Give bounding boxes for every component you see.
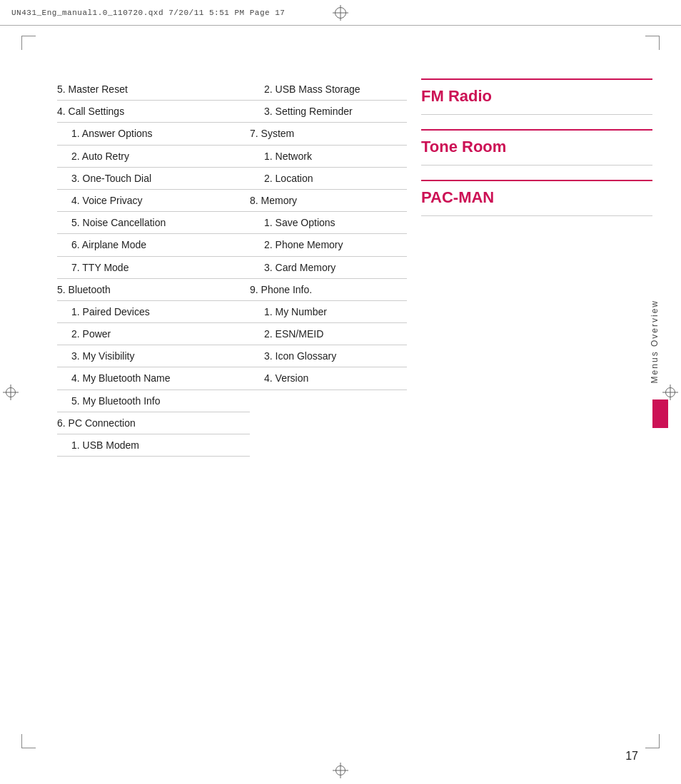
- col1-item-15: 6. PC Connection: [57, 412, 250, 434]
- col1-item-2: 1. Answer Options: [57, 123, 250, 145]
- column-2: 2. USB Mass Storage3. Setting Reminder7.…: [250, 78, 407, 720]
- sidebar-label: Menus Overview: [650, 300, 660, 383]
- col3-item-2: PAC-MAN: [421, 180, 652, 216]
- col1-item-0: 5. Master Reset: [57, 78, 250, 101]
- col2-item-3: 1. Network: [250, 146, 407, 168]
- col1-item-8: 7. TTY Mode: [57, 257, 250, 279]
- col2-item-13: 4. Version: [250, 367, 407, 390]
- col2-item-9: 9. Phone Info.: [250, 279, 407, 301]
- col2-item-1: 3. Setting Reminder: [250, 101, 407, 123]
- col2-item-0: 2. USB Mass Storage: [250, 78, 407, 101]
- col1-item-10: 1. Paired Devices: [57, 301, 250, 323]
- col2-item-4: 2. Location: [250, 168, 407, 190]
- col2-item-10: 1. My Number: [250, 301, 407, 323]
- col1-item-7: 6. Airplane Mode: [57, 234, 250, 256]
- col2-item-6: 1. Save Options: [250, 212, 407, 234]
- reg-cross-top: [335, 7, 346, 19]
- col1-item-3: 2. Auto Retry: [57, 146, 250, 168]
- col1-item-11: 2. Power: [57, 323, 250, 345]
- col3-item-0: FM Radio: [421, 78, 652, 115]
- column-1: 5. Master Reset4. Call Settings1. Answer…: [57, 78, 250, 720]
- col2-item-12: 3. Icon Glossary: [250, 345, 407, 367]
- col2-item-5: 8. Memory: [250, 190, 407, 212]
- col1-item-16: 1. USB Modem: [57, 434, 250, 457]
- col1-item-1: 4. Call Settings: [57, 101, 250, 123]
- col1-item-6: 5. Noise Cancellation: [57, 212, 250, 234]
- col1-item-14: 5. My Bluetooth Info: [57, 390, 250, 412]
- col2-item-11: 2. ESN/MEID: [250, 323, 407, 345]
- col1-item-9: 5. Bluetooth: [57, 279, 250, 301]
- col1-item-5: 4. Voice Privacy: [57, 190, 250, 212]
- col2-item-7: 2. Phone Memory: [250, 234, 407, 256]
- header-text: UN431_Eng_manual1.0_110720.qxd 7/20/11 5…: [11, 9, 285, 17]
- column-3: FM RadioTone RoomPAC-MAN: [421, 78, 652, 720]
- page-number: 17: [625, 750, 638, 763]
- col2-item-2: 7. System: [250, 123, 407, 145]
- col3-item-1: Tone Room: [421, 129, 652, 166]
- reg-cross-bottom: [336, 765, 345, 775]
- sidebar-accent: [652, 399, 668, 428]
- main-content: 5. Master Reset4. Call Settings1. Answer…: [0, 36, 681, 748]
- col2-item-8: 3. Card Memory: [250, 257, 407, 279]
- col1-item-12: 3. My Visibility: [57, 345, 250, 367]
- col1-item-4: 3. One-Touch Dial: [57, 168, 250, 190]
- col1-item-13: 4. My Bluetooth Name: [57, 367, 250, 390]
